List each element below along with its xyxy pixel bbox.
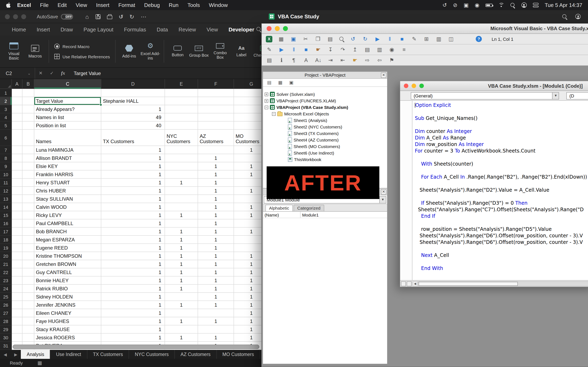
user-icon[interactable]: [521, 2, 527, 8]
cell-F7[interactable]: [198, 146, 234, 154]
ribbon-control-label[interactable]: AaLabel: [231, 46, 252, 57]
cell-E25[interactable]: [165, 293, 198, 301]
menu-tools[interactable]: Tools: [183, 2, 204, 8]
row-header-30[interactable]: 30: [0, 334, 12, 342]
save-icon[interactable]: [95, 14, 100, 19]
cell-C24[interactable]: Patrick RUBIO: [34, 285, 101, 293]
cell-A25[interactable]: [12, 293, 22, 301]
close-icon[interactable]: ✕: [381, 73, 386, 78]
cell-C22[interactable]: Guy CANTRELL: [34, 268, 101, 276]
zoom-window-button[interactable]: [419, 83, 424, 88]
cell-A4[interactable]: [12, 113, 22, 122]
cell-A24[interactable]: [12, 285, 22, 293]
cell-E23[interactable]: 1: [165, 276, 198, 285]
record-macro-button[interactable]: Record Macro: [54, 44, 110, 49]
cell-A9[interactable]: [12, 162, 22, 170]
zoom-window-button[interactable]: [21, 14, 26, 19]
paste-icon[interactable]: ▤: [327, 36, 334, 42]
cell-E7[interactable]: [165, 146, 198, 154]
row-header-10[interactable]: 10: [0, 170, 12, 179]
print-icon[interactable]: [107, 15, 112, 19]
visual-basic-button[interactable]: Visual Basic: [3, 42, 25, 60]
cell-B11[interactable]: [22, 179, 34, 187]
row-header-15[interactable]: 15: [0, 211, 12, 219]
cell-C18[interactable]: Megan ESPARZA: [34, 236, 101, 244]
row-header-24[interactable]: 24: [0, 285, 12, 293]
break-icon[interactable]: ‖: [386, 36, 393, 42]
tab-review[interactable]: Review: [173, 26, 201, 33]
tab-developer[interactable]: Developer: [223, 26, 260, 33]
row-header-2[interactable]: 2: [0, 97, 12, 105]
cell-F1[interactable]: [198, 89, 234, 97]
cell-A21[interactable]: [12, 260, 22, 268]
menu-run[interactable]: Run: [164, 2, 183, 8]
use-relative-references-button[interactable]: Use Relative References: [54, 54, 110, 59]
cell-D24[interactable]: 1: [101, 285, 165, 293]
property-row[interactable]: (Name)Module1: [263, 212, 387, 218]
cell-F30[interactable]: 1: [198, 334, 234, 342]
add-ins-button[interactable]: Add-ins: [118, 45, 140, 58]
search-icon[interactable]: [562, 14, 567, 19]
tab-categorized[interactable]: Categorized: [294, 205, 324, 211]
tree-node[interactable]: −Microsoft Excel Objects: [263, 110, 387, 117]
cell-A19[interactable]: [12, 244, 22, 252]
parameter-info-icon[interactable]: ¶: [290, 58, 297, 63]
cell-B12[interactable]: [22, 187, 34, 195]
cell-E3[interactable]: [165, 105, 198, 113]
cell-E13[interactable]: [165, 195, 198, 203]
cell-D17[interactable]: 1: [101, 227, 165, 236]
run-icon[interactable]: ▶: [374, 36, 381, 42]
cell-D8[interactable]: 1: [101, 154, 165, 162]
menu-insert[interactable]: Insert: [92, 2, 114, 8]
cell-C4[interactable]: Names in list: [34, 113, 101, 122]
minimize-window-button[interactable]: [275, 26, 280, 31]
cell-D6[interactable]: TX Customers: [101, 130, 165, 146]
cell-E16[interactable]: [165, 219, 198, 227]
cell-F13[interactable]: 1: [198, 195, 234, 203]
cell-D18[interactable]: 1: [101, 236, 165, 244]
object-dropdown[interactable]: (General) ▼: [411, 92, 559, 99]
menu-view[interactable]: View: [71, 2, 92, 8]
cell-B17[interactable]: [22, 227, 34, 236]
cell-A10[interactable]: [12, 170, 22, 179]
cell-A22[interactable]: [12, 268, 22, 276]
cell-F22[interactable]: 1: [198, 268, 234, 276]
column-header-C[interactable]: C: [34, 79, 101, 89]
cell-D19[interactable]: 1: [101, 244, 165, 252]
row-header-28[interactable]: 28: [0, 317, 12, 325]
cell-C11[interactable]: Henry STUART: [34, 179, 101, 187]
code-text[interactable]: Option ExplicitSub Get_Unique_Names()Dim…: [412, 101, 588, 280]
cell-C8[interactable]: Allison BRANDT: [34, 154, 101, 162]
row-header-7[interactable]: 7: [0, 146, 12, 154]
row-header-9[interactable]: 9: [0, 162, 12, 170]
cell-D22[interactable]: 1: [101, 268, 165, 276]
full-view-button[interactable]: [407, 281, 412, 286]
cell-F9[interactable]: 1: [198, 162, 234, 170]
cell-B29[interactable]: [22, 325, 34, 334]
cell-B3[interactable]: [22, 105, 34, 113]
cell-E29[interactable]: [165, 325, 198, 334]
cell-A16[interactable]: [12, 219, 22, 227]
row-header-14[interactable]: 14: [0, 203, 12, 211]
column-header-B[interactable]: B: [22, 79, 34, 89]
cell-D16[interactable]: 1: [101, 219, 165, 227]
cell-A6[interactable]: [12, 130, 22, 146]
cell-B21[interactable]: [22, 260, 34, 268]
cell-D30[interactable]: 1: [101, 334, 165, 342]
cell-D15[interactable]: 1: [101, 211, 165, 219]
row-header-6[interactable]: 6: [0, 130, 12, 146]
cell-C30[interactable]: Jessica ROGERS: [34, 334, 101, 342]
cell-C26[interactable]: Jennifer JENKINS: [34, 301, 101, 309]
tree-node[interactable]: −VBAProject (VBA Case Study.xlsm): [263, 104, 387, 110]
reset-icon[interactable]: ■: [303, 47, 310, 52]
scroll-left-icon[interactable]: ◀: [413, 282, 418, 286]
ribbon-control-combo-box[interactable]: Combo Box: [209, 43, 231, 59]
cell-B25[interactable]: [22, 293, 34, 301]
project-explorer-icon[interactable]: ⊞: [423, 36, 430, 42]
tree-node[interactable]: ThisWorkbook: [263, 156, 387, 163]
step-over-icon[interactable]: ↷: [339, 47, 346, 52]
zoom-window-button[interactable]: [283, 26, 288, 31]
cell-E27[interactable]: [165, 309, 198, 317]
cell-A12[interactable]: [12, 187, 22, 195]
cell-B30[interactable]: [22, 334, 34, 342]
